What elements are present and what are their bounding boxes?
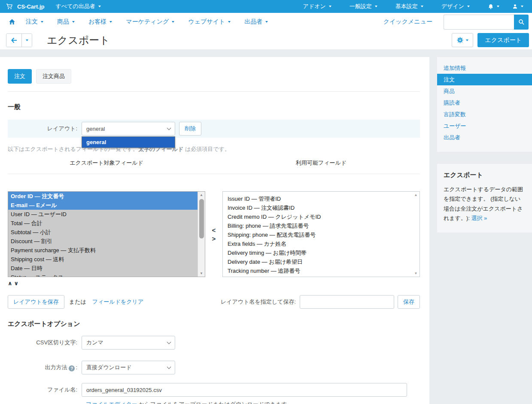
scrollbar[interactable]: ▲ ▼ [412, 192, 420, 277]
available-fields-listbox[interactable]: Issuer ID — 管理者ID Invoice ID — 注文確認書ID C… [222, 191, 420, 277]
file-editor-link[interactable]: ファイルエディター [86, 401, 137, 404]
tab[interactable]: 注文 [8, 69, 32, 84]
save-button[interactable]: 保存 [398, 295, 420, 309]
output-method-label-text: 出力方法 [45, 364, 67, 371]
back-dropdown-button[interactable] [22, 34, 32, 47]
page-title: エクスポート [47, 33, 110, 47]
available-field-option[interactable]: Issuer ID — 管理者ID [225, 194, 412, 203]
gear-button[interactable] [452, 33, 473, 47]
arrow-left-icon [11, 37, 18, 43]
sidebar-menu-item[interactable]: 言語変数 [437, 109, 532, 120]
topbar-menu-item[interactable]: アドオン [303, 3, 331, 10]
scroll-up-icon[interactable]: ▲ [200, 192, 203, 198]
topbar-menu-item[interactable]: デザイン [441, 3, 470, 10]
chevron-down-icon [109, 21, 112, 23]
move-right-icon[interactable]: > [212, 235, 216, 242]
notifications-button[interactable] [488, 3, 499, 10]
account-button[interactable] [512, 3, 523, 9]
nav-menu-item[interactable]: 商品 [57, 18, 75, 26]
nav-menu-label: ウェブサイト [188, 18, 225, 26]
search-button[interactable] [514, 15, 529, 30]
hint-suffix: は必須項目です。 [183, 146, 230, 152]
file-editor-hint: ファイルエディター からファイルをアップロードまたはダウンロードできます。 [86, 401, 420, 404]
exported-field-option[interactable]: Order ID — 注文番号 [8, 192, 198, 201]
chevron-down-icon [421, 6, 423, 7]
quick-menu-link[interactable]: クイックメニュー [383, 18, 432, 26]
sidebar-menu-item[interactable]: 追加情報 [437, 62, 532, 74]
save-as-input[interactable] [300, 295, 394, 309]
chevron-down-icon [26, 39, 28, 41]
page-header: エクスポート エクスポート [0, 31, 532, 49]
back-button[interactable] [6, 34, 22, 47]
sidebar-menu-item[interactable]: 購読者 [437, 97, 532, 109]
export-info-heading: エクスポート [444, 171, 526, 179]
select-range-link[interactable]: 選択 » [471, 215, 487, 221]
back-button-group [6, 33, 32, 47]
nav-menu-item[interactable]: 注文 [26, 18, 43, 26]
search-input[interactable] [444, 15, 514, 30]
available-field-option[interactable]: Credit memo ID — クレジットメモID [225, 212, 412, 221]
exported-field-option[interactable]: Status — ステータス [8, 273, 198, 277]
move-up-icon[interactable]: ∧ [8, 280, 12, 286]
tab[interactable]: 注文商品 [36, 69, 71, 84]
csv-delimiter-value: カンマ [86, 339, 103, 347]
exported-field-option[interactable]: User ID — ユーザーID [8, 210, 198, 219]
available-field-option[interactable]: Invoice ID — 注文確認書ID [225, 203, 412, 212]
exported-field-option[interactable]: Payment surcharge — 支払手数料 [8, 246, 198, 255]
export-button[interactable]: エクスポート [477, 33, 529, 47]
nav-menu-item[interactable]: 出品者 [244, 18, 268, 26]
sidebar-menu-item[interactable]: 商品 [437, 85, 532, 97]
filename-label: ファイル名: [8, 386, 82, 394]
delete-layout-button[interactable]: 削除 [179, 122, 201, 136]
field-lists: Order ID — 注文番号 E-mail — Eメール User ID — … [8, 191, 420, 277]
exported-field-option[interactable]: E-mail — Eメール [8, 201, 198, 210]
scroll-down-icon[interactable]: ▼ [414, 270, 418, 277]
help-icon[interactable]: ? [69, 365, 75, 371]
brand-logo[interactable]: CS-Cart.jp [17, 3, 45, 10]
scroll-down-icon[interactable]: ▼ [200, 270, 203, 277]
sidebar-section-menu: 追加情報 注文 商品 購読者 言語変数 ユーザー 出品者 [437, 57, 532, 152]
layout-dropdown: general [82, 136, 175, 148]
available-field-option[interactable]: Billing: phone — 請求先電話番号 [225, 221, 412, 230]
csv-delimiter-select[interactable]: カンマ [82, 336, 175, 350]
sidebar-menu-item[interactable]: 注文 [437, 74, 532, 85]
scrollbar-thumb[interactable] [199, 199, 204, 238]
layout-dropdown-option[interactable]: general [82, 137, 175, 148]
exported-field-option[interactable]: Shipping cost — 送料 [8, 255, 198, 264]
nav-menu-label: 出品者 [244, 18, 262, 26]
topbar-menus: アドオン 一般設定 基本設定 デザイン [303, 3, 470, 10]
sidebar-menu-item[interactable]: 出品者 [437, 132, 532, 143]
clear-fields-link[interactable]: フィールドをクリア [92, 298, 143, 306]
save-layout-button[interactable]: レイアウトを保存 [8, 295, 64, 309]
fields-hint: 以下はエクスポートされるフィールドの一覧です。太字のフィールド は必須項目です。 [8, 145, 420, 153]
topbar-menu-item[interactable]: 基本設定 [395, 3, 423, 10]
home-icon[interactable] [9, 18, 15, 25]
exported-field-option[interactable]: Discount — 割引 [8, 237, 198, 246]
available-field-option[interactable]: Extra fields — カナ姓名 [225, 239, 412, 248]
output-method-select[interactable]: 直接ダウンロード [82, 361, 175, 374]
nav-menu-item[interactable]: マーケティング [126, 18, 174, 26]
scrollbar[interactable]: ▲ ▼ [198, 192, 205, 277]
move-left-icon[interactable]: < [212, 227, 216, 233]
available-field-option[interactable]: Shipping: phone — 配送先電話番号 [225, 230, 412, 239]
exported-field-option[interactable]: Total — 合計 [8, 219, 198, 228]
filename-row: ファイル名: [8, 383, 420, 397]
sidebar-menu-item[interactable]: ユーザー [437, 120, 532, 132]
export-info-panel: エクスポート エクスポートするデータの範囲を指定できます。 (指定しない場合は全… [437, 164, 532, 232]
nav-menu-item[interactable]: お客様 [88, 18, 112, 26]
exported-field-option[interactable]: Date — 日時 [8, 264, 198, 273]
file-editor-hint-text: からファイルをアップロードまたはダウンロードできます。 [137, 401, 292, 404]
vendor-selector[interactable]: すべての出品者 [56, 3, 101, 10]
available-field-option[interactable]: Delivery timing — お届け時間帯 [225, 248, 412, 257]
filename-input[interactable] [82, 383, 407, 397]
chevron-down-icon [41, 21, 43, 23]
move-down-icon[interactable]: ∨ [14, 280, 19, 286]
scroll-up-icon[interactable]: ▲ [414, 192, 418, 198]
available-field-option[interactable]: Delivery date — お届け希望日 [225, 257, 412, 266]
layout-select[interactable]: general [82, 122, 175, 136]
available-field-option[interactable]: Tracking number — 追跡番号 [225, 266, 412, 275]
exported-field-option[interactable]: Subtotal — 小計 [8, 228, 198, 237]
exported-fields-listbox[interactable]: Order ID — 注文番号 E-mail — Eメール User ID — … [8, 191, 205, 277]
nav-menu-item[interactable]: ウェブサイト [188, 18, 231, 26]
topbar-menu-item[interactable]: 一般設定 [350, 3, 377, 10]
